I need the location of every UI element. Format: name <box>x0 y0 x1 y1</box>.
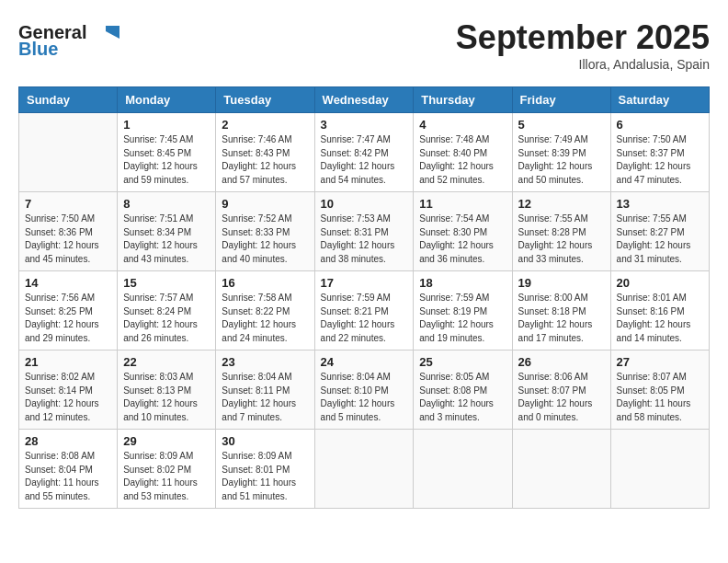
day-info: Sunrise: 7:54 AM Sunset: 8:30 PM Dayligh… <box>419 213 506 266</box>
calendar-week-row: 1Sunrise: 7:45 AM Sunset: 8:45 PM Daylig… <box>19 113 710 192</box>
day-number: 18 <box>419 276 506 290</box>
day-number: 12 <box>518 197 605 211</box>
day-info: Sunrise: 8:02 AM Sunset: 8:14 PM Dayligh… <box>25 371 111 424</box>
day-number: 29 <box>123 434 210 448</box>
calendar-week-row: 28Sunrise: 8:08 AM Sunset: 8:04 PM Dayli… <box>19 430 710 509</box>
calendar-cell: 10Sunrise: 7:53 AM Sunset: 8:31 PM Dayli… <box>314 192 414 271</box>
day-info: Sunrise: 7:55 AM Sunset: 8:28 PM Dayligh… <box>518 213 605 266</box>
calendar-cell: 20Sunrise: 8:01 AM Sunset: 8:16 PM Dayli… <box>610 271 709 350</box>
day-number: 27 <box>617 355 703 369</box>
calendar-header-row: SundayMondayTuesdayWednesdayThursdayFrid… <box>19 87 710 113</box>
day-info: Sunrise: 7:56 AM Sunset: 8:25 PM Dayligh… <box>25 292 111 345</box>
day-number: 11 <box>419 197 506 211</box>
day-number: 24 <box>321 355 408 369</box>
weekday-header: Saturday <box>610 87 709 113</box>
calendar-cell: 5Sunrise: 7:49 AM Sunset: 8:39 PM Daylig… <box>512 113 610 192</box>
day-info: Sunrise: 8:04 AM Sunset: 8:11 PM Dayligh… <box>222 371 308 424</box>
day-info: Sunrise: 7:53 AM Sunset: 8:31 PM Dayligh… <box>321 213 408 266</box>
day-info: Sunrise: 8:09 AM Sunset: 8:01 PM Dayligh… <box>222 450 308 503</box>
svg-marker-1 <box>106 26 119 39</box>
calendar-cell: 19Sunrise: 8:00 AM Sunset: 8:18 PM Dayli… <box>512 271 610 350</box>
logo: General Blue <box>18 18 119 60</box>
day-number: 10 <box>321 197 408 211</box>
calendar-cell: 9Sunrise: 7:52 AM Sunset: 8:33 PM Daylig… <box>216 192 314 271</box>
calendar-cell: 26Sunrise: 8:06 AM Sunset: 8:07 PM Dayli… <box>512 350 610 430</box>
calendar-cell: 3Sunrise: 7:47 AM Sunset: 8:42 PM Daylig… <box>314 113 414 192</box>
weekday-header: Monday <box>118 87 216 113</box>
day-number: 6 <box>617 118 703 132</box>
calendar-cell: 17Sunrise: 7:59 AM Sunset: 8:21 PM Dayli… <box>314 271 414 350</box>
title-block: September 2025 Illora, Andalusia, Spain <box>456 18 710 72</box>
calendar-cell: 13Sunrise: 7:55 AM Sunset: 8:27 PM Dayli… <box>610 192 709 271</box>
day-info: Sunrise: 7:59 AM Sunset: 8:19 PM Dayligh… <box>419 292 506 345</box>
weekday-header: Friday <box>512 87 610 113</box>
day-number: 14 <box>25 276 111 290</box>
weekday-header: Wednesday <box>314 87 414 113</box>
day-info: Sunrise: 8:08 AM Sunset: 8:04 PM Dayligh… <box>25 450 111 503</box>
calendar-cell: 23Sunrise: 8:04 AM Sunset: 8:11 PM Dayli… <box>216 350 314 430</box>
svg-text:Blue: Blue <box>18 39 58 59</box>
day-number: 1 <box>123 118 210 132</box>
day-info: Sunrise: 8:06 AM Sunset: 8:07 PM Dayligh… <box>518 371 605 424</box>
calendar-cell: 14Sunrise: 7:56 AM Sunset: 8:25 PM Dayli… <box>19 271 118 350</box>
day-number: 17 <box>321 276 408 290</box>
calendar-week-row: 21Sunrise: 8:02 AM Sunset: 8:14 PM Dayli… <box>19 350 710 430</box>
day-info: Sunrise: 7:50 AM Sunset: 8:36 PM Dayligh… <box>25 213 111 266</box>
weekday-header: Sunday <box>19 87 118 113</box>
day-info: Sunrise: 8:03 AM Sunset: 8:13 PM Dayligh… <box>123 371 210 424</box>
day-number: 25 <box>419 355 506 369</box>
day-number: 3 <box>321 118 408 132</box>
calendar-cell: 22Sunrise: 8:03 AM Sunset: 8:13 PM Dayli… <box>118 350 216 430</box>
calendar-cell: 28Sunrise: 8:08 AM Sunset: 8:04 PM Dayli… <box>19 430 118 509</box>
day-info: Sunrise: 7:57 AM Sunset: 8:24 PM Dayligh… <box>123 292 210 345</box>
calendar-week-row: 14Sunrise: 7:56 AM Sunset: 8:25 PM Dayli… <box>19 271 710 350</box>
day-info: Sunrise: 8:00 AM Sunset: 8:18 PM Dayligh… <box>518 292 605 345</box>
day-number: 19 <box>518 276 605 290</box>
calendar-cell: 8Sunrise: 7:51 AM Sunset: 8:34 PM Daylig… <box>118 192 216 271</box>
calendar-cell: 12Sunrise: 7:55 AM Sunset: 8:28 PM Dayli… <box>512 192 610 271</box>
calendar-cell: 11Sunrise: 7:54 AM Sunset: 8:30 PM Dayli… <box>414 192 512 271</box>
calendar-cell: 30Sunrise: 8:09 AM Sunset: 8:01 PM Dayli… <box>216 430 314 509</box>
calendar-cell: 18Sunrise: 7:59 AM Sunset: 8:19 PM Dayli… <box>414 271 512 350</box>
month-title: September 2025 <box>456 18 710 57</box>
day-info: Sunrise: 8:01 AM Sunset: 8:16 PM Dayligh… <box>617 292 703 345</box>
calendar-cell <box>414 430 512 509</box>
day-number: 9 <box>222 197 308 211</box>
day-number: 16 <box>222 276 308 290</box>
calendar-cell: 6Sunrise: 7:50 AM Sunset: 8:37 PM Daylig… <box>610 113 709 192</box>
day-info: Sunrise: 8:09 AM Sunset: 8:02 PM Dayligh… <box>123 450 210 503</box>
calendar-week-row: 7Sunrise: 7:50 AM Sunset: 8:36 PM Daylig… <box>19 192 710 271</box>
day-info: Sunrise: 7:48 AM Sunset: 8:40 PM Dayligh… <box>419 133 506 187</box>
day-info: Sunrise: 8:05 AM Sunset: 8:08 PM Dayligh… <box>419 371 506 424</box>
location-title: Illora, Andalusia, Spain <box>456 57 710 72</box>
day-info: Sunrise: 7:45 AM Sunset: 8:45 PM Dayligh… <box>123 133 210 187</box>
calendar-cell: 24Sunrise: 8:04 AM Sunset: 8:10 PM Dayli… <box>314 350 414 430</box>
calendar-cell: 7Sunrise: 7:50 AM Sunset: 8:36 PM Daylig… <box>19 192 118 271</box>
day-number: 20 <box>617 276 703 290</box>
calendar-cell: 1Sunrise: 7:45 AM Sunset: 8:45 PM Daylig… <box>118 113 216 192</box>
day-number: 4 <box>419 118 506 132</box>
calendar-cell <box>19 113 118 192</box>
day-number: 22 <box>123 355 210 369</box>
calendar-table: SundayMondayTuesdayWednesdayThursdayFrid… <box>18 86 710 509</box>
day-number: 15 <box>123 276 210 290</box>
calendar-cell <box>314 430 414 509</box>
calendar-cell: 27Sunrise: 8:07 AM Sunset: 8:05 PM Dayli… <box>610 350 709 430</box>
calendar-cell <box>610 430 709 509</box>
day-info: Sunrise: 7:49 AM Sunset: 8:39 PM Dayligh… <box>518 133 605 187</box>
day-number: 2 <box>222 118 308 132</box>
day-number: 30 <box>222 434 308 448</box>
day-number: 13 <box>617 197 703 211</box>
day-info: Sunrise: 7:52 AM Sunset: 8:33 PM Dayligh… <box>222 213 308 266</box>
calendar-cell: 29Sunrise: 8:09 AM Sunset: 8:02 PM Dayli… <box>118 430 216 509</box>
calendar-cell: 15Sunrise: 7:57 AM Sunset: 8:24 PM Dayli… <box>118 271 216 350</box>
calendar-cell: 4Sunrise: 7:48 AM Sunset: 8:40 PM Daylig… <box>414 113 512 192</box>
calendar-cell: 25Sunrise: 8:05 AM Sunset: 8:08 PM Dayli… <box>414 350 512 430</box>
day-number: 5 <box>518 118 605 132</box>
day-number: 7 <box>25 197 111 211</box>
day-info: Sunrise: 8:07 AM Sunset: 8:05 PM Dayligh… <box>617 371 703 424</box>
day-info: Sunrise: 7:47 AM Sunset: 8:42 PM Dayligh… <box>321 133 408 187</box>
day-info: Sunrise: 7:51 AM Sunset: 8:34 PM Dayligh… <box>123 213 210 266</box>
day-info: Sunrise: 7:50 AM Sunset: 8:37 PM Dayligh… <box>617 133 703 187</box>
page-header: General Blue September 2025 Illora, Anda… <box>18 18 710 72</box>
